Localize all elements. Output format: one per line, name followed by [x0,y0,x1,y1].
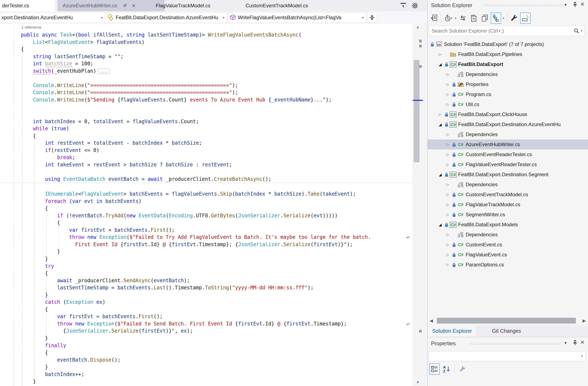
collapse-all-icon[interactable] [469,13,479,23]
codelens-references[interactable]: 1 reference [21,25,41,30]
scroll-right-icon[interactable]: ▶ [583,318,586,323]
close-tab-icon[interactable]: × [132,2,136,9]
code-line[interactable]: catch (Exception ex) [0,299,413,306]
code-line[interactable]: { [0,46,413,53]
settings-gear-icon[interactable] [411,2,419,10]
pin-tab-icon[interactable] [123,3,127,8]
code-line[interactable]: } [0,248,413,255]
window-position-icon[interactable]: ▼ [564,3,567,7]
code-line[interactable]: } [0,255,413,263]
tree-item-flagvalueevent-cs[interactable]: ▷C#FlagValueEvent.cs [428,250,588,260]
expand-arrow-icon[interactable]: ▷ [444,243,451,247]
expand-arrow-icon[interactable]: ▷ [444,233,451,237]
expand-arrow-icon[interactable]: ▷ [444,132,451,137]
code-line[interactable]: finally [0,342,413,349]
tree-item-properties[interactable]: ▷Properties [428,79,588,89]
code-lines[interactable]: public async Task<(bool ifAllSent, strin… [0,31,413,385]
tree-item-customeventtrackmodel-cs[interactable]: ▷C#CustomEventTrackModel.cs [428,190,588,200]
tab-list-chevron-icon[interactable]: ▼ [400,3,406,10]
expand-arrow-icon[interactable]: ▷ [444,152,451,157]
code-line[interactable]: lastSentTimeStamp = batchEvents.Last().T… [0,284,413,291]
pin-panel-icon[interactable] [572,2,578,7]
tree-item-dependencies[interactable]: ▷Dependencies [428,69,588,79]
tree-item-dependencies[interactable]: ▷Dependencies [428,129,588,140]
code-line[interactable]: throw new Exception($"Failed to Try Add … [0,234,413,241]
member-dropdown[interactable]: WriteFlagValueEventsBatchAsync(List<Flag… [228,12,366,23]
code-line[interactable] [0,183,413,190]
code-line[interactable]: int batchIndex = 0, totalEvent = flagVal… [0,118,413,125]
tree-item-flagvaluetrackmodel-cs[interactable]: ▷C#FlagValueTrackModel.cs [428,200,588,210]
properties-icon[interactable] [509,13,519,23]
code-line[interactable]: { [0,349,413,356]
code-line[interactable]: int takeEvent = restEvent > batchSize ? … [0,161,413,168]
collapse-arrow-icon[interactable]: ◢ [437,62,443,67]
tree-item-flagvalueeventreadertester-cs[interactable]: ▷C#FlagValueEventReaderTester.cs [428,160,588,169]
code-line[interactable]: { [0,270,413,277]
view-as-hierarchy-icon[interactable] [491,13,501,24]
code-line[interactable]: await _producerClient.SendAsync(eventBat… [0,277,413,284]
expand-arrow-icon[interactable]: ▷ [444,163,451,167]
code-line[interactable]: int restEvent = totalEvent - batchIndex … [0,140,413,147]
code-line[interactable]: { [0,306,413,313]
code-line[interactable] [0,168,413,176]
code-line[interactable]: IEnumerable<FlagValueEvent> batchEvents … [0,190,413,198]
collapse-arrow-icon[interactable]: ◢ [437,122,443,127]
collapse-arrow-icon[interactable]: ◢ [437,172,443,177]
code-line[interactable]: { [0,132,413,140]
code-line[interactable]: try [0,263,413,270]
tree-item-dependencies[interactable]: ▷Dependencies [428,230,588,240]
tree-item-dependencies[interactable]: ▷Dependencies [428,180,588,190]
code-line[interactable]: { [0,205,413,212]
code-line[interactable]: string lastSentTimeStamp = ""; [0,53,413,60]
property-pages-icon[interactable] [458,364,467,374]
expand-arrow-icon[interactable]: ▷ [444,102,451,107]
scrollbar-thumb[interactable] [437,318,576,324]
close-panel-icon[interactable]: × [581,339,585,345]
collapsed-region-box[interactable]: ... [98,68,109,74]
code-line[interactable]: List<FlagValueEvent> flagValueEvents) [0,39,413,46]
expand-arrow-icon[interactable]: ▷ [437,52,443,57]
code-line[interactable]: } [0,378,413,385]
tab-customeventtrackmodel[interactable]: CustomEventTrackModel.cs [246,0,308,11]
code-line[interactable]: if (!eventBatch.TryAdd(new EventData(Enc… [0,212,413,219]
code-line[interactable]: int batchSize = 100; [0,60,413,67]
code-line[interactable]: { [0,219,413,226]
collapse-arrow-icon[interactable]: ◢ [437,222,443,227]
code-line[interactable]: while (true) [0,125,413,132]
code-line[interactable]: break; [0,154,413,161]
tree-item-customevent-cs[interactable]: ▷C#CustomEvent.cs [428,240,588,250]
code-line[interactable]: {JsonSerializer.Serialize(firstEvt)}", e… [0,327,413,335]
code-line[interactable]: switch(_eventHubPlan)... [0,67,413,75]
panel-grip[interactable] [483,4,564,7]
search-input[interactable] [429,28,574,34]
project-dropdown[interactable]: xport.Destination.AzureEventHu ▾ [0,12,105,23]
panel-tab-git-changes[interactable]: Git Changes [487,325,525,337]
sync-with-active-document-icon[interactable] [458,13,468,23]
code-line[interactable]: batchIndex++; [0,371,413,378]
tree-item-segmentwriter-cs[interactable]: ▷C#SegmentWriter.cs [428,210,588,220]
tree-item-paramoptions-cs[interactable]: ▷C#ParamOptions.cs [428,260,588,270]
expand-arrow-icon[interactable]: ▷ [444,253,451,257]
tree-item-customeventreadertester-cs[interactable]: ▷C#CustomEventReaderTester.cs [428,149,588,160]
tree-item-featbit-dataexport-pipelines[interactable]: ▷FeatBit.DataExport.Pipelines [428,49,588,59]
expand-arrow-icon[interactable]: ▷ [444,72,451,77]
type-dropdown[interactable]: FeatBit.DataExport.Destination.AzureEven… [105,12,227,23]
expand-arrow-icon[interactable]: ▷ [444,142,451,147]
panel-grip[interactable] [469,342,561,345]
code-line[interactable]: var firstEvt = batchEvents.First(); [0,313,413,320]
code-editor[interactable]: 1 reference public async Task<(bool ifAl… [0,24,413,386]
expand-arrow-icon[interactable]: ▷ [444,183,451,187]
close-panel-icon[interactable]: × [581,1,585,7]
code-line[interactable]: throw new Exception($"Failed to Send Bat… [0,320,413,327]
code-line[interactable]: } [0,364,413,371]
tab-dertester[interactable]: derTester.cs [0,0,55,11]
code-line[interactable]: foreach (var evt in batchEvents) [0,198,413,205]
split-editor-button[interactable] [367,12,377,23]
tree-item-util-cs[interactable]: ▷C#Util.cs [428,99,588,109]
code-line[interactable] [0,75,413,82]
code-line[interactable]: First Event Id {firstEvt.Id} @ {firstEvt… [0,241,413,248]
chevron-down-icon[interactable]: ▾ [455,16,457,20]
code-line[interactable]: eventBatch.Dispose(); [0,356,413,364]
tree-item-featbit-dataexport[interactable]: ◢C#FeatBit.DataExport [428,59,588,69]
code-line[interactable]: var firstEvt = batchEvents.First(); [0,226,413,234]
